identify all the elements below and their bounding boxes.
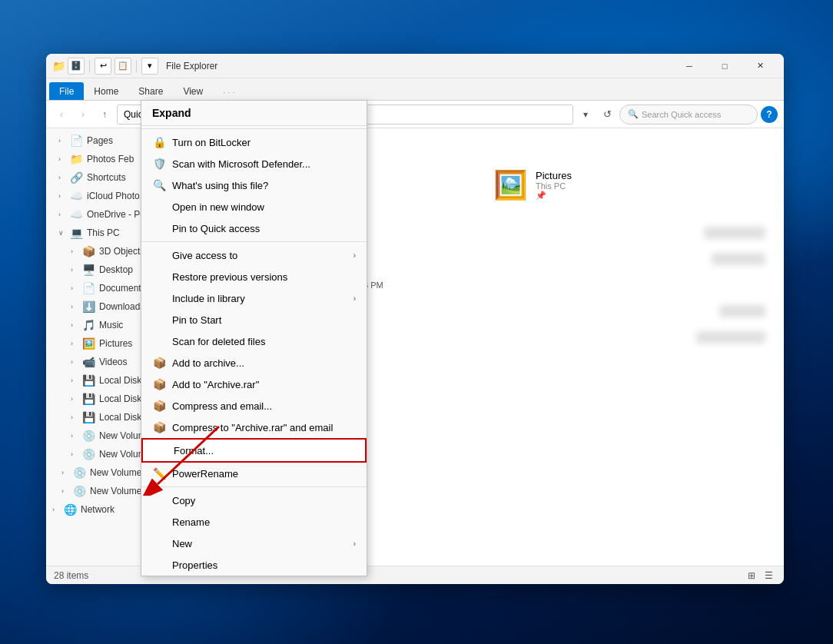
localdisk2-icon: 💾 (81, 410, 95, 424)
pinquick-icon (152, 221, 166, 235)
cm-item-openwindow[interactable]: Open in new window (141, 196, 367, 217)
forward-button[interactable]: › (74, 105, 92, 124)
cm-item-properties[interactable]: Properties (141, 554, 367, 576)
thispc-icon: 💻 (69, 226, 83, 240)
close-button[interactable]: ✕ (742, 54, 778, 78)
pictures-icon: 🖼️ (81, 337, 95, 350)
expand-icon: › (58, 174, 69, 181)
network-icon: 🌐 (63, 503, 77, 516)
addarchive-icon: 📦 (152, 356, 166, 370)
expand-icon: › (71, 358, 81, 366)
window-icon: 📁 (52, 60, 65, 72)
ribbon-tabs: File Home Share View · · · (46, 78, 784, 100)
expand-icon: › (61, 487, 72, 495)
pictures-pin: 📌 (536, 191, 572, 201)
help-button[interactable]: ? (761, 106, 778, 123)
sidebar-label-music: Music (99, 320, 123, 330)
dropdown-button[interactable]: ▾ (576, 105, 595, 124)
openwindow-icon (152, 200, 166, 214)
cm-item-restore[interactable]: Restore previous versions (141, 266, 367, 287)
documents-icon: 📄 (81, 281, 95, 295)
up-button[interactable]: ↑ (95, 105, 114, 124)
refresh-button[interactable]: ↺ (598, 105, 616, 124)
pinstart-icon (152, 313, 166, 327)
cm-item-whatusing[interactable]: 🔍 What's using this file? (141, 174, 367, 196)
quick-access-btn[interactable]: 🗄️ (68, 58, 85, 75)
newvolume1-icon: 💿 (81, 429, 95, 443)
properties-btn[interactable]: 📋 (114, 58, 131, 75)
undo-btn[interactable]: ↩ (95, 58, 111, 75)
format-icon (154, 443, 168, 457)
restore-icon (152, 270, 166, 284)
cm-item-pinstart[interactable]: Pin to Start (141, 309, 367, 330)
cm-item-rename[interactable]: Rename (141, 511, 367, 533)
cm-item-defender[interactable]: 🛡️ Scan with Microsoft Defender... (141, 153, 367, 174)
pages-icon: 📄 (69, 134, 83, 148)
cm-item-new[interactable]: New › (141, 533, 367, 554)
search-box[interactable]: 🔍 Search Quick access (619, 105, 758, 124)
localdiskc-icon: 💾 (81, 373, 95, 387)
cm-item-pinquick[interactable]: Pin to Quick access (141, 217, 367, 239)
onedrive-icon: ☁️ (69, 207, 83, 221)
expand-icon: › (61, 469, 72, 476)
cm-item-compressraremail[interactable]: 📦 Compress to "Archive.rar" and email (141, 417, 367, 438)
tab-more[interactable]: · · · (213, 84, 244, 100)
expand-icon: › (71, 266, 81, 274)
expand-icon: › (71, 450, 81, 458)
defender-icon: 🛡️ (152, 157, 166, 171)
videos-icon: 📹 (81, 355, 95, 369)
cm-label-powerrename: PowerRename (172, 468, 356, 480)
cm-item-giveaccess[interactable]: Give access to › (141, 244, 367, 266)
cm-item-compressemail[interactable]: 📦 Compress and email... (141, 395, 367, 417)
expand-icon: ∨ (58, 229, 69, 237)
scandeleted-icon (152, 334, 166, 348)
cm-item-scandeleted[interactable]: Scan for deleted files (141, 330, 367, 352)
cm-label-compressemail: Compress and email... (172, 400, 356, 412)
cm-label-copy: Copy (172, 495, 356, 506)
separator2 (136, 60, 137, 72)
back-button[interactable]: ‹ (52, 105, 71, 124)
desktop-icon: 🖥️ (81, 263, 95, 277)
expand-icon: › (71, 340, 81, 347)
tab-view[interactable]: View (173, 82, 213, 100)
sidebar-label-videos: Videos (99, 357, 127, 367)
tab-share[interactable]: Share (128, 82, 173, 100)
folder-pictures[interactable]: 🖼️ Pictures This PC 📌 (487, 163, 772, 207)
newvolumeg-icon: 💿 (72, 484, 86, 498)
expand-icon: › (71, 284, 81, 292)
expand-icon: › (58, 192, 69, 200)
expand-icon: › (71, 321, 81, 329)
giveaccess-arrow: › (353, 251, 356, 260)
cm-item-addrararchive[interactable]: 📦 Add to "Archive.rar" (141, 373, 367, 395)
includelib-icon (152, 291, 166, 305)
compressraremail-icon: 📦 (152, 420, 166, 434)
cm-item-bitlocker[interactable]: 🔒 Turn on BitLocker (141, 131, 367, 153)
minimize-button[interactable]: ─ (672, 54, 707, 78)
tab-home[interactable]: Home (84, 82, 128, 100)
cm-item-copy[interactable]: Copy (141, 490, 367, 511)
sidebar-label-icloud: iCloud Photo... (87, 191, 148, 201)
cm-label-openwindow: Open in new window (172, 201, 356, 213)
cm-item-addarchive[interactable]: 📦 Add to archive... (141, 352, 367, 373)
shortcuts-icon: 🔗 (69, 171, 83, 184)
cm-item-includelib[interactable]: Include in library › (141, 287, 367, 309)
cm-label-defender: Scan with Microsoft Defender... (172, 158, 356, 170)
maximize-button[interactable]: □ (707, 54, 742, 78)
expand-icon: › (71, 303, 81, 310)
giveaccess-icon (152, 248, 166, 262)
customize-btn[interactable]: ▾ (141, 58, 158, 75)
grid-view-button[interactable]: ⊞ (744, 568, 759, 583)
localdiskj-icon: 💾 (81, 392, 95, 406)
sidebar-label-pages: Pages (87, 135, 113, 146)
list-view-button[interactable]: ☰ (761, 568, 776, 583)
expand-icon: › (58, 155, 69, 163)
cm-item-powerrename[interactable]: ✏️ PowerRename (141, 463, 367, 484)
tab-file[interactable]: File (49, 82, 84, 100)
cm-header: Expand (141, 101, 367, 126)
row-meta-1 (704, 227, 765, 239)
expand-icon: › (52, 506, 63, 513)
cm-label-new: New (172, 538, 347, 549)
cm-item-format[interactable]: Format... (141, 438, 367, 463)
downloads-icon: ⬇️ (81, 300, 95, 314)
cm-label-restore: Restore previous versions (172, 271, 356, 283)
